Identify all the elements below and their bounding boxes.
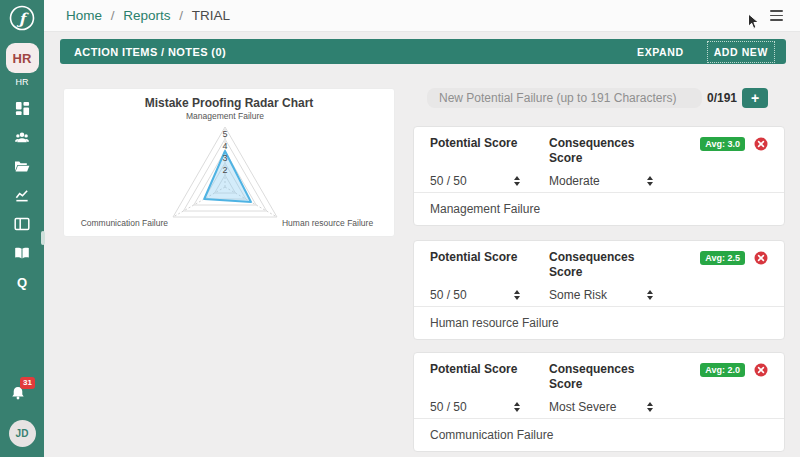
- sidebar-resize-handle[interactable]: [41, 231, 45, 245]
- dashboard-icon[interactable]: [11, 97, 33, 119]
- delete-icon[interactable]: [754, 251, 768, 265]
- sidebar: ƒ HR HR: [0, 0, 44, 457]
- avg-score-badge: Avg: 3.0: [700, 137, 745, 151]
- potential-score-value: 50 / 50: [430, 400, 467, 414]
- radar-chart: 2345Management FailureHuman resource Fai…: [64, 110, 394, 236]
- select-arrows-icon: [514, 290, 520, 300]
- potential-score-value: 50 / 50: [430, 174, 467, 188]
- potential-score-select[interactable]: 50 / 50: [430, 400, 520, 414]
- svg-text:5: 5: [222, 129, 227, 139]
- select-arrows-icon: [647, 402, 653, 412]
- breadcrumb-reports-link[interactable]: Reports: [123, 8, 170, 23]
- action-items-title: ACTION ITEMS / NOTES (0): [74, 46, 226, 58]
- folder-icon[interactable]: [11, 155, 33, 177]
- add-failure-button[interactable]: +: [742, 88, 768, 108]
- sidebar-bottom: 31 JD: [9, 384, 36, 457]
- radar-chart-title: Mistake Proofing Radar Chart: [64, 96, 394, 110]
- sidebar-nav: Q: [11, 97, 33, 293]
- topbar: Home / Reports / TRIAL: [44, 0, 800, 32]
- failure-title: Management Failure: [414, 192, 784, 225]
- svg-text:Human resource Failure: Human resource Failure: [282, 218, 373, 228]
- consequences-score-value: Most Severe: [549, 400, 616, 414]
- consequences-score-label: Consequences Score: [549, 250, 653, 280]
- breadcrumb-current: TRIAL: [192, 8, 230, 23]
- panels-icon[interactable]: [11, 213, 33, 235]
- svg-text:4: 4: [222, 141, 227, 151]
- action-item-card: Potential Score Consequences Score Avg: …: [413, 352, 785, 452]
- breadcrumb-separator: /: [179, 8, 183, 23]
- potential-score-label: Potential Score: [430, 362, 520, 377]
- delete-icon[interactable]: [754, 137, 768, 151]
- notification-count-badge: 31: [20, 377, 35, 389]
- potential-score-select[interactable]: 50 / 50: [430, 174, 520, 188]
- users-icon[interactable]: [11, 126, 33, 148]
- potential-score-label: Potential Score: [430, 250, 520, 265]
- breadcrumb: Home / Reports / TRIAL: [66, 8, 230, 23]
- avg-score-badge: Avg: 2.0: [700, 363, 745, 377]
- select-arrows-icon: [647, 176, 653, 186]
- svg-text:Communication Failure: Communication Failure: [81, 218, 169, 228]
- search-q-icon[interactable]: Q: [11, 271, 33, 293]
- user-avatar[interactable]: JD: [9, 420, 36, 447]
- notifications-bell-icon[interactable]: 31: [10, 384, 34, 406]
- consequences-score-value: Moderate: [549, 174, 600, 188]
- action-items-bar: ACTION ITEMS / NOTES (0) EXPAND ADD NEW: [60, 39, 786, 64]
- org-label: HR: [16, 77, 29, 87]
- potential-score-label: Potential Score: [430, 136, 520, 151]
- action-item-card: Potential Score Consequences Score Avg: …: [413, 126, 785, 226]
- new-failure-input[interactable]: [427, 88, 702, 108]
- book-icon[interactable]: [11, 242, 33, 264]
- select-arrows-icon: [647, 290, 653, 300]
- app-window: ƒ HR HR: [0, 0, 800, 457]
- org-badge[interactable]: HR: [6, 43, 39, 73]
- char-counter: 0/191: [707, 88, 737, 108]
- failure-title: Human resource Failure: [414, 306, 784, 339]
- svg-text:3: 3: [222, 153, 227, 163]
- svg-text:Management Failure: Management Failure: [186, 111, 264, 121]
- breadcrumb-home-link[interactable]: Home: [66, 8, 102, 23]
- potential-score-select[interactable]: 50 / 50: [430, 288, 520, 302]
- breadcrumb-separator: /: [111, 8, 115, 23]
- failure-title: Communication Failure: [414, 418, 784, 451]
- consequences-score-select[interactable]: Moderate: [549, 174, 653, 188]
- app-logo-icon[interactable]: ƒ: [8, 4, 36, 36]
- radar-chart-card: Mistake Proofing Radar Chart 2345Managem…: [63, 88, 395, 237]
- consequences-score-value: Some Risk: [549, 288, 607, 302]
- menu-hamburger-icon[interactable]: [769, 7, 784, 23]
- potential-score-value: 50 / 50: [430, 288, 467, 302]
- select-arrows-icon: [514, 176, 520, 186]
- add-new-button[interactable]: ADD NEW: [710, 44, 772, 60]
- consequences-score-select[interactable]: Some Risk: [549, 288, 653, 302]
- avg-score-badge: Avg: 2.5: [700, 251, 745, 265]
- consequences-score-label: Consequences Score: [549, 362, 653, 392]
- svg-text:ƒ: ƒ: [16, 10, 30, 28]
- consequences-score-label: Consequences Score: [549, 136, 653, 166]
- svg-text:2: 2: [222, 165, 227, 175]
- delete-icon[interactable]: [754, 363, 768, 377]
- expand-button[interactable]: EXPAND: [633, 44, 688, 60]
- consequences-score-select[interactable]: Most Severe: [549, 400, 653, 414]
- select-arrows-icon: [514, 402, 520, 412]
- action-item-card: Potential Score Consequences Score Avg: …: [413, 240, 785, 340]
- chart-line-icon[interactable]: [11, 184, 33, 206]
